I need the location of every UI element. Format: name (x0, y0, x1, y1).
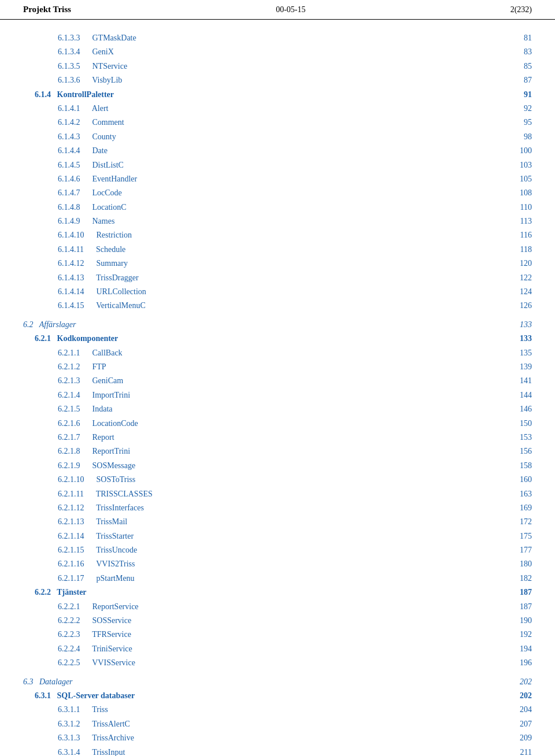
page-right: 2(232) (510, 5, 532, 14)
toc-entry: 6.2.1.11 TRISSCLASSES163 (23, 487, 532, 501)
toc-label: 6.2.1.15 TrissUncode (23, 544, 137, 557)
page-title: Projekt Triss (23, 5, 71, 14)
toc-label: 6.1.3.5 NTService (23, 60, 127, 73)
toc-page: 120 (497, 257, 532, 270)
toc-page: 105 (497, 173, 532, 186)
toc-entry: 6.2.1 Kodkomponenter133 (23, 332, 532, 346)
toc-page: 187 (497, 586, 532, 599)
toc-label: 6.2.1.10 SOSToTriss (23, 473, 135, 486)
toc-entry: 6.2.1.4 ImportTrini144 (23, 388, 532, 402)
toc-page: 202 (497, 690, 532, 702)
page-header: Projekt Triss 00-05-15 2(232) (0, 0, 555, 20)
toc-label: 6.2.1.4 ImportTrini (23, 389, 130, 402)
toc-entry: 6.1.4.15 VerticalMenuC126 (23, 299, 532, 313)
toc-entry: 6.1.4.8 LocationC110 (23, 201, 532, 214)
toc-entry: 6.1.4.14 URLCollection124 (23, 285, 532, 299)
toc-entry: 6.2.1.3 GeniCam141 (23, 374, 532, 388)
toc-entry: 6.2.2.3 TFRService192 (23, 628, 532, 642)
toc-page: 87 (497, 74, 532, 87)
toc-page: 91 (497, 88, 532, 101)
toc-label: 6.1.4.15 VerticalMenuC (23, 299, 146, 312)
toc-entry: 6.1.4.7 LocCode108 (23, 186, 532, 200)
toc-entry: 6.1.4.3 County98 (23, 130, 532, 144)
toc-page: 83 (497, 46, 532, 58)
toc-entry: 6.2.1.14 TrissStarter175 (23, 529, 532, 543)
toc-entry: 6.2.1.17 pStartMenu182 (23, 572, 532, 585)
toc-label: 6.1.4.11 Schedule (23, 243, 125, 256)
toc-page: 85 (497, 60, 532, 73)
toc-entry: 6.2.2.1 ReportService187 (23, 600, 532, 614)
toc-label: 6.1.4 KontrollPaletter (23, 88, 114, 101)
toc-label: 6.2 Affärslager (23, 318, 76, 331)
toc-label: 6.2.1.13 TrissMail (23, 516, 127, 528)
toc-page: 92 (497, 102, 532, 115)
toc-entry: 6.2.2.4 TriniService194 (23, 642, 532, 656)
toc-page: 156 (497, 445, 532, 458)
toc-page: 103 (497, 159, 532, 172)
toc-label: 6.2.1 Kodkomponenter (23, 332, 118, 345)
toc-label: 6.1.4.10 Restriction (23, 229, 132, 242)
toc-page: 204 (497, 703, 532, 716)
toc-label: 6.1.4.5 DistListC (23, 159, 124, 172)
toc-page: 150 (497, 417, 532, 430)
toc-label: 6.2.2.4 TriniService (23, 643, 132, 655)
toc-label: 6.2.1.17 pStartMenu (23, 572, 135, 585)
toc-label: 6.2.1.5 Indata (23, 403, 112, 416)
toc-entry: 6.1.3.3 GTMaskDate81 (23, 31, 532, 45)
toc-label: 6.3.1 SQL-Server databaser (23, 690, 135, 702)
toc-label: 6.2.1.6 LocationCode (23, 417, 138, 430)
toc-entry: 6.2.1.16 VVIS2Triss180 (23, 557, 532, 571)
toc-page: 139 (497, 361, 532, 373)
toc-label: 6.2.1.1 CallBack (23, 347, 123, 360)
toc-page: 175 (497, 530, 532, 543)
toc-entry: 6.2.1.6 LocationCode150 (23, 417, 532, 431)
toc-entry: 6.1.4.13 TrissDragger122 (23, 271, 532, 285)
toc-label: 6.2.1.14 TrissStarter (23, 530, 134, 543)
toc-label: 6.3.1.1 Triss (23, 703, 108, 716)
toc-entry: 6.1.3.4 GeniX83 (23, 45, 532, 59)
toc-entry: 6.2 Affärslager133 (23, 318, 532, 332)
toc-label: 6.2.2.1 ReportService (23, 601, 139, 613)
toc-page: 202 (497, 676, 532, 688)
toc-page: 207 (497, 718, 532, 731)
toc-label: 6.2.1.7 Report (23, 431, 114, 444)
toc-page: 100 (497, 144, 532, 157)
toc-label: 6.2.1.2 FTP (23, 361, 106, 373)
toc-page: 118 (497, 243, 532, 256)
toc-page: 98 (497, 131, 532, 143)
toc-page: 108 (497, 187, 532, 199)
toc-page: 133 (497, 318, 532, 331)
toc-page: 211 (497, 746, 532, 756)
toc-page: 124 (497, 286, 532, 298)
toc-page: 81 (497, 32, 532, 45)
toc-entry: 6.2.1.8 ReportTrini156 (23, 444, 532, 458)
toc-page: 177 (497, 544, 532, 557)
toc-label: 6.1.4.1 Alert (23, 102, 109, 115)
toc-label: 6.1.4.3 County (23, 131, 116, 143)
toc-entry: 6.1.4 KontrollPaletter91 (23, 88, 532, 102)
toc-label: 6.2.2.2 SOSService (23, 614, 131, 627)
toc-page: 190 (497, 614, 532, 627)
toc-label: 6.2.1.9 SOSMessage (23, 459, 135, 472)
toc-entry: 6.3.1 SQL-Server databaser202 (23, 689, 532, 703)
toc-label: 6.1.4.9 Names (23, 215, 114, 228)
toc-entry: 6.1.4.6 EventHandler105 (23, 172, 532, 186)
toc-page: 158 (497, 459, 532, 472)
toc-entry: 6.2.1.2 FTP139 (23, 360, 532, 374)
toc-label: 6.3 Datalager (23, 676, 73, 688)
toc-entry: 6.2.1.9 SOSMessage158 (23, 459, 532, 473)
toc-entry: 6.2.1.12 TrissInterfaces169 (23, 501, 532, 515)
toc-label: 6.3.1.2 TrissAlertC (23, 718, 130, 731)
toc-page: 122 (497, 272, 532, 284)
toc-entry: 6.2.2.5 VVISService196 (23, 656, 532, 670)
toc-entry: 6.1.4.5 DistListC103 (23, 158, 532, 172)
toc-page: 153 (497, 431, 532, 444)
toc-label: 6.3.1.3 TrissArchive (23, 732, 134, 744)
toc-entry: 6.3.1.4 TrissInput211 (23, 746, 532, 756)
toc-label: 6.1.4.14 URLCollection (23, 286, 146, 298)
toc-label: 6.2.2.3 TFRService (23, 628, 131, 641)
toc-page: 172 (497, 516, 532, 528)
toc-label: 6.1.3.4 GeniX (23, 46, 114, 58)
toc-label: 6.1.4.2 Comment (23, 116, 124, 129)
toc-label: 6.2.1.12 TrissInterfaces (23, 502, 144, 514)
